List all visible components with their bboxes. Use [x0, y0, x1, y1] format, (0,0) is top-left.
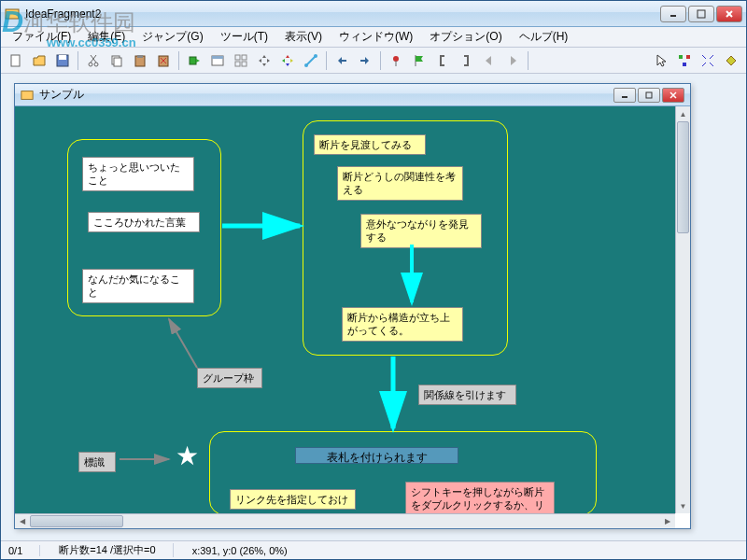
fragment[interactable]: こころひかれた言葉 [88, 212, 200, 232]
redo-icon[interactable] [354, 49, 376, 72]
fragment-header[interactable]: 表札を付けられます [295, 447, 458, 464]
menu-jump[interactable]: ジャンプ(G) [134, 27, 210, 47]
svg-point-9 [94, 63, 98, 66]
doc-close-button[interactable] [662, 88, 684, 103]
paste-icon[interactable] [129, 49, 151, 72]
move-icon[interactable] [253, 49, 275, 72]
status-coords: x:391, y:0 (26%, 0%) [192, 545, 288, 556]
svg-rect-0 [6, 9, 19, 19]
open-icon[interactable] [28, 49, 50, 72]
horizontal-scrollbar[interactable]: ◀ ▶ [15, 513, 675, 528]
document-icon [21, 89, 34, 102]
new-icon[interactable] [5, 49, 27, 72]
menu-edit[interactable]: 編集(E) [80, 27, 133, 47]
status-count: 断片数=14 /選択中=0 [59, 543, 173, 557]
svg-point-27 [304, 63, 308, 67]
fragment[interactable]: シフトキーを押しながら断片をダブルクリックするか、リン [405, 482, 555, 513]
svg-line-35 [702, 55, 706, 59]
fragment[interactable]: 断片を見渡してみる [314, 134, 426, 155]
svg-rect-21 [212, 56, 223, 59]
menu-tool[interactable]: ツール(T) [213, 27, 275, 47]
doc-minimize-button[interactable] [613, 88, 636, 103]
menu-window[interactable]: ウィンドウ(W) [331, 27, 420, 47]
run-icon[interactable] [183, 49, 205, 72]
maximize-button[interactable] [688, 6, 714, 22]
star-icon: ★ [176, 441, 199, 471]
next-icon[interactable] [501, 49, 524, 72]
status-page: 0/1 [8, 545, 40, 556]
svg-rect-13 [114, 58, 121, 66]
nodes-icon[interactable] [673, 49, 696, 72]
statusbar: 0/1 断片数=14 /選択中=0 x:391, y:0 (26%, 0%) [1, 540, 746, 559]
svg-line-36 [710, 55, 713, 59]
fragment[interactable]: なんだか気になること [82, 269, 194, 303]
label-group-frame[interactable]: グループ枠 [197, 368, 262, 388]
svg-rect-24 [235, 62, 240, 66]
svg-point-8 [89, 63, 92, 66]
svg-line-47 [169, 319, 197, 368]
svg-rect-34 [683, 63, 686, 66]
menu-option[interactable]: オプション(O) [422, 27, 509, 47]
app-icon [5, 7, 20, 21]
svg-rect-32 [679, 55, 683, 59]
minimize-button[interactable] [660, 6, 686, 22]
diamond-icon[interactable] [720, 49, 742, 72]
pointer-icon[interactable] [650, 49, 672, 72]
label-relation[interactable]: 関係線を引けます [418, 385, 516, 405]
flag-icon[interactable] [408, 49, 430, 72]
label-marker[interactable]: 標識 [78, 452, 116, 472]
svg-rect-33 [686, 55, 690, 59]
svg-line-37 [702, 63, 706, 66]
bracket-right-icon[interactable] [455, 49, 477, 72]
svg-rect-22 [235, 55, 240, 60]
close-button[interactable] [716, 6, 742, 22]
svg-point-28 [314, 54, 317, 58]
main-window: IdeaFragment2 ファイル(F) 編集(E) ジャンプ(G) ツール(… [0, 0, 747, 560]
fragment[interactable]: 意外なつながりを発見する [360, 214, 482, 248]
pin-icon[interactable] [385, 49, 407, 72]
grid-icon[interactable] [230, 49, 252, 72]
main-titlebar: IdeaFragment2 [1, 1, 746, 27]
toolbar [1, 48, 746, 74]
fragment[interactable]: 断片どうしの関連性を考える [337, 166, 463, 201]
menu-file[interactable]: ファイル(F) [5, 27, 78, 47]
menu-help[interactable]: ヘルプ(H) [512, 27, 576, 47]
document-window: サンプル ちょっと思いついたこと こころひかれた言葉 なんだか気になること 断片 [14, 83, 691, 529]
svg-rect-5 [11, 55, 20, 66]
fragment[interactable]: 断片から構造が立ち上がってくる。 [342, 307, 463, 342]
bracket-left-icon[interactable] [431, 49, 454, 72]
copy-icon[interactable] [106, 49, 128, 72]
undo-icon[interactable] [331, 49, 353, 72]
menu-display[interactable]: 表示(V) [277, 27, 330, 47]
svg-rect-7 [59, 55, 66, 60]
scroll-thumb[interactable] [30, 515, 123, 527]
window-icon[interactable] [206, 49, 229, 72]
clear-icon[interactable] [152, 49, 175, 72]
vertical-scrollbar[interactable]: ▲ ▼ [675, 106, 690, 513]
canvas[interactable]: ちょっと思いついたこと こころひかれた言葉 なんだか気になること 断片を見渡して… [15, 106, 675, 513]
save-icon[interactable] [51, 49, 74, 72]
cut-icon[interactable] [82, 49, 105, 72]
expand-icon[interactable] [697, 49, 719, 72]
document-title: サンプル [39, 87, 613, 103]
scroll-left-icon[interactable]: ◀ [15, 514, 30, 528]
move-color-icon[interactable] [276, 49, 299, 72]
doc-maximize-button[interactable] [638, 88, 660, 103]
prev-icon[interactable] [478, 49, 500, 72]
svg-rect-19 [190, 57, 196, 64]
svg-rect-2 [698, 10, 705, 18]
scroll-down-icon[interactable]: ▼ [676, 498, 690, 513]
svg-line-38 [710, 63, 713, 66]
svg-line-26 [306, 56, 316, 65]
client-area: サンプル ちょっと思いついたこと こころひかれた言葉 なんだか気になること 断片 [5, 74, 742, 540]
fragment[interactable]: リンク先を指定しておけ [230, 489, 356, 510]
scroll-up-icon[interactable]: ▲ [676, 106, 690, 121]
svg-rect-41 [646, 92, 652, 98]
link-icon[interactable] [300, 49, 322, 72]
fragment[interactable]: ちょっと思いついたこと [82, 157, 194, 191]
menubar: ファイル(F) 編集(E) ジャンプ(G) ツール(T) 表示(V) ウィンドウ… [1, 27, 746, 48]
scroll-thumb[interactable] [677, 121, 689, 233]
svg-rect-25 [242, 62, 247, 66]
svg-rect-39 [21, 91, 33, 99]
scroll-right-icon[interactable]: ▶ [660, 514, 675, 528]
